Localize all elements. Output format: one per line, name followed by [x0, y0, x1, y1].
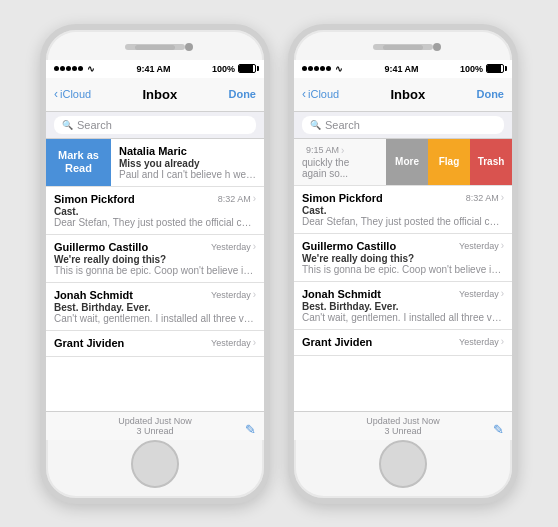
camera-right [433, 43, 441, 51]
search-placeholder-left: Search [77, 119, 112, 131]
chevron-3-right: › [501, 240, 504, 251]
rdot4 [320, 66, 325, 71]
status-bar-left: ∿ 9:41 AM 100% [46, 60, 264, 78]
email-content-1-left: Natalia Maric Miss you already Paul and … [111, 139, 264, 186]
email-header-5-left: Grant Jividen Yesterday › [54, 337, 256, 349]
more-action-button[interactable]: More [386, 139, 428, 185]
chevron-4-left: › [253, 289, 256, 300]
email-header-2-left: Simon Pickford 8:32 AM › [54, 193, 256, 205]
mark-as-read-button[interactable]: Mark as Read [46, 139, 111, 186]
battery-text: 100% [212, 64, 235, 74]
email-list-right: 9:15 AM › quickly the again so... More F… [294, 139, 512, 411]
battery-icon-right [486, 64, 504, 73]
email-sender-2-right: Simon Pickford [302, 192, 383, 204]
rdot5 [326, 66, 331, 71]
compose-icon-left: ✎ [245, 422, 256, 437]
email-subject-1-left: Miss you already [119, 158, 256, 169]
search-icon-right: 🔍 [310, 120, 321, 130]
email-item-swiped-left[interactable]: Mark as Read Natalia Maric Miss you alre… [46, 139, 264, 187]
email-preview-4-right: Can't wait, gentlemen. I installed all t… [302, 312, 504, 323]
chevron-2-left: › [253, 193, 256, 204]
dot2 [60, 66, 65, 71]
flag-action-button[interactable]: Flag [428, 139, 470, 185]
status-time-left: 9:41 AM [136, 64, 170, 74]
swipe-actions-right: More Flag Trash [386, 139, 512, 185]
email-time-4-left: Yesterday › [211, 289, 256, 300]
email-item-4-right[interactable]: Jonah Schmidt Yesterday › Best. Birthday… [294, 282, 512, 330]
email-subject-4-right: Best. Birthday. Ever. [302, 301, 504, 312]
footer-left: Updated Just Now 3 Unread ✎ [46, 411, 264, 440]
chevron-swiped-right: › [341, 145, 344, 156]
email-header-3-left: Guillermo Castillo Yesterday › [54, 241, 256, 253]
email-item-4-left[interactable]: Jonah Schmidt Yesterday › Best. Birthday… [46, 283, 264, 331]
back-chevron-right: ‹ [302, 87, 306, 101]
phones-container: ∿ 9:41 AM 100% ‹ iCloud Inbox Done [20, 4, 538, 524]
email-content-4-left: Jonah Schmidt Yesterday › Best. Birthday… [46, 283, 264, 330]
rdot1 [302, 66, 307, 71]
email-subject-3-left: We're really doing this? [54, 254, 256, 265]
battery-text-right: 100% [460, 64, 483, 74]
email-content-2-right: Simon Pickford 8:32 AM › Cast. Dear Stef… [294, 186, 512, 233]
camera [185, 43, 193, 51]
email-subject-3-right: We're really doing this? [302, 253, 504, 264]
status-right-right: 100% [460, 64, 504, 74]
email-subject-2-left: Cast. [54, 206, 256, 217]
back-button-left[interactable]: ‹ iCloud [54, 87, 91, 101]
phone-right: ∿ 9:41 AM 100% ‹ iCloud Inbox Done [288, 24, 518, 504]
footer-text-right: Updated Just Now 3 Unread [366, 416, 440, 436]
dot3 [66, 66, 71, 71]
compose-button-right[interactable]: ✎ [493, 420, 504, 438]
email-item-5-right[interactable]: Grant Jividen Yesterday › [294, 330, 512, 356]
rdot2 [308, 66, 313, 71]
email-header-5-right: Grant Jividen Yesterday › [302, 336, 504, 348]
email-item-3-left[interactable]: Guillermo Castillo Yesterday › We're rea… [46, 235, 264, 283]
done-button-right[interactable]: Done [476, 88, 504, 100]
status-left: ∿ [54, 64, 95, 74]
screen-left: ∿ 9:41 AM 100% ‹ iCloud Inbox Done [46, 60, 264, 440]
email-header-3-right: Guillermo Castillo Yesterday › [302, 240, 504, 252]
screen-right: ∿ 9:41 AM 100% ‹ iCloud Inbox Done [294, 60, 512, 440]
trash-action-button[interactable]: Trash [470, 139, 512, 185]
chevron-3-left: › [253, 241, 256, 252]
signal-dots-right [302, 66, 331, 71]
email-item-3-right[interactable]: Guillermo Castillo Yesterday › We're rea… [294, 234, 512, 282]
unread-text-left: 3 Unread [118, 426, 192, 436]
footer-right: Updated Just Now 3 Unread ✎ [294, 411, 512, 440]
email-item-2-left[interactable]: Simon Pickford 8:32 AM › Cast. Dear Stef… [46, 187, 264, 235]
dot1 [54, 66, 59, 71]
email-subject-2-right: Cast. [302, 205, 504, 216]
search-box-left[interactable]: 🔍 Search [54, 116, 256, 134]
email-content-3-left: Guillermo Castillo Yesterday › We're rea… [46, 235, 264, 282]
email-content-swiped-right: 9:15 AM › quickly the again so... [294, 139, 386, 185]
email-item-5-left[interactable]: Grant Jividen Yesterday › [46, 331, 264, 357]
back-button-right[interactable]: ‹ iCloud [302, 87, 339, 101]
email-content-4-right: Jonah Schmidt Yesterday › Best. Birthday… [294, 282, 512, 329]
email-list-left: Mark as Read Natalia Maric Miss you alre… [46, 139, 264, 411]
chevron-5-left: › [253, 337, 256, 348]
chevron-5-right: › [501, 336, 504, 347]
email-sender-5-left: Grant Jividen [54, 337, 124, 349]
done-button-left[interactable]: Done [228, 88, 256, 100]
email-time-3-left: Yesterday › [211, 241, 256, 252]
unread-text-right: 3 Unread [366, 426, 440, 436]
status-left-right: ∿ [302, 64, 343, 74]
email-header-4-right: Jonah Schmidt Yesterday › [302, 288, 504, 300]
back-label-left: iCloud [60, 88, 91, 100]
status-time-right: 9:41 AM [384, 64, 418, 74]
email-preview-swiped-line1: quickly the [302, 157, 378, 168]
email-subject-4-left: Best. Birthday. Ever. [54, 302, 256, 313]
email-item-2-right[interactable]: Simon Pickford 8:32 AM › Cast. Dear Stef… [294, 186, 512, 234]
email-sender-1-left: Natalia Maric [119, 145, 187, 157]
nav-title-right: Inbox [391, 87, 426, 102]
compose-icon-right: ✎ [493, 422, 504, 437]
search-box-right[interactable]: 🔍 Search [302, 116, 504, 134]
battery-fill-right [487, 65, 501, 72]
email-content-5-right: Grant Jividen Yesterday › [294, 330, 512, 355]
email-content-2-left: Simon Pickford 8:32 AM › Cast. Dear Stef… [46, 187, 264, 234]
search-bar-right: 🔍 Search [294, 112, 512, 139]
email-time-3-right: Yesterday › [459, 240, 504, 251]
compose-button-left[interactable]: ✎ [245, 420, 256, 438]
email-sender-4-right: Jonah Schmidt [302, 288, 381, 300]
battery-fill [239, 65, 253, 72]
email-item-swiped-right[interactable]: 9:15 AM › quickly the again so... More F… [294, 139, 512, 186]
